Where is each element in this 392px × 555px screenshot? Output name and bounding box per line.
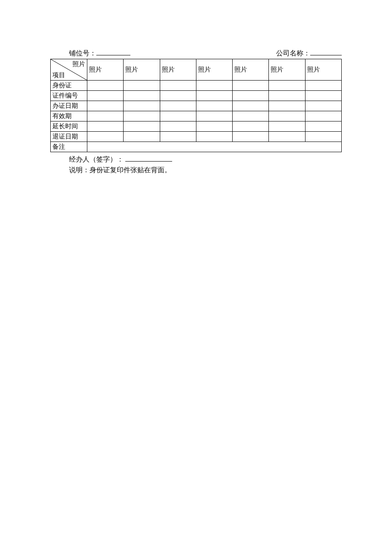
- table-cell[interactable]: [87, 101, 124, 111]
- table-cell[interactable]: [305, 80, 341, 90]
- signer-label: 经办人（签字）：: [69, 156, 124, 163]
- table-cell[interactable]: [305, 131, 341, 142]
- table-cell[interactable]: [196, 131, 232, 142]
- table-cell[interactable]: [233, 111, 269, 121]
- form-footer: 经办人（签字）： 说明：身份证复印件张贴在背面。: [69, 154, 392, 176]
- remark-label: 备注: [51, 142, 87, 152]
- col-header: 照片: [233, 59, 269, 80]
- company-input-line[interactable]: [310, 48, 342, 55]
- table-row: 退证日期: [51, 131, 342, 142]
- table-cell[interactable]: [124, 101, 160, 111]
- table-header-row: 照片 项目 照片 照片 照片 照片 照片 照片 照片: [51, 59, 342, 80]
- table-cell[interactable]: [305, 121, 341, 131]
- table-row: 有效期: [51, 111, 342, 121]
- row-label: 办证日期: [51, 101, 87, 111]
- table-cell[interactable]: [124, 90, 160, 101]
- table-cell[interactable]: [269, 111, 305, 121]
- form-header: 铺位号： 公司名称：: [50, 48, 342, 58]
- table-cell[interactable]: [87, 111, 124, 121]
- table-cell[interactable]: [124, 111, 160, 121]
- table-cell[interactable]: [269, 101, 305, 111]
- footer-note: 说明：身份证复印件张贴在背面。: [69, 165, 392, 176]
- table-row: 身份证: [51, 80, 342, 90]
- row-label: 证件编号: [51, 90, 87, 101]
- table-cell[interactable]: [269, 121, 305, 131]
- table-cell[interactable]: [196, 111, 232, 121]
- table-row: 办证日期: [51, 101, 342, 111]
- table-cell[interactable]: [305, 111, 341, 121]
- col-header: 照片: [305, 59, 341, 80]
- table-cell[interactable]: [269, 80, 305, 90]
- table-cell[interactable]: [305, 101, 341, 111]
- table-cell[interactable]: [269, 90, 305, 101]
- booth-field: 铺位号：: [69, 48, 130, 58]
- table-cell[interactable]: [305, 90, 341, 101]
- table-row: 证件编号: [51, 90, 342, 101]
- row-label: 退证日期: [51, 131, 87, 142]
- table-cell[interactable]: [196, 101, 232, 111]
- diagonal-header-cell: 照片 项目: [51, 59, 87, 80]
- table-cell[interactable]: [160, 80, 196, 90]
- company-field: 公司名称：: [276, 48, 342, 58]
- table-cell[interactable]: [196, 80, 232, 90]
- table-cell[interactable]: [87, 121, 124, 131]
- signer-line: 经办人（签字）：: [69, 154, 392, 165]
- signer-input-line[interactable]: [125, 154, 172, 162]
- table-cell[interactable]: [160, 131, 196, 142]
- col-header: 照片: [196, 59, 232, 80]
- table-cell[interactable]: [160, 121, 196, 131]
- table-cell[interactable]: [233, 80, 269, 90]
- table-cell[interactable]: [160, 111, 196, 121]
- table-cell[interactable]: [87, 90, 124, 101]
- table-row: 延长时间: [51, 121, 342, 131]
- table-cell[interactable]: [233, 90, 269, 101]
- table-cell[interactable]: [233, 121, 269, 131]
- table-cell[interactable]: [233, 131, 269, 142]
- col-header: 照片: [269, 59, 305, 80]
- company-label: 公司名称：: [276, 49, 310, 58]
- diag-bottom-label: 项目: [52, 71, 65, 79]
- col-header: 照片: [124, 59, 160, 80]
- table-cell[interactable]: [87, 80, 124, 90]
- row-label: 延长时间: [51, 121, 87, 131]
- table-cell[interactable]: [196, 121, 232, 131]
- col-header: 照片: [87, 59, 124, 80]
- table-cell[interactable]: [196, 90, 232, 101]
- table-cell[interactable]: [233, 101, 269, 111]
- booth-input-line[interactable]: [96, 48, 130, 55]
- row-label: 有效期: [51, 111, 87, 121]
- row-label: 身份证: [51, 80, 87, 90]
- table-cell[interactable]: [269, 131, 305, 142]
- booth-label: 铺位号：: [69, 49, 96, 58]
- remark-cell[interactable]: [87, 142, 342, 152]
- table-cell[interactable]: [124, 80, 160, 90]
- table-cell[interactable]: [160, 101, 196, 111]
- col-header: 照片: [160, 59, 196, 80]
- table-cell[interactable]: [124, 121, 160, 131]
- table-cell[interactable]: [87, 131, 124, 142]
- diag-top-label: 照片: [72, 60, 85, 68]
- table-cell[interactable]: [124, 131, 160, 142]
- table-cell[interactable]: [160, 90, 196, 101]
- remark-row: 备注: [51, 142, 342, 152]
- form-table: 照片 项目 照片 照片 照片 照片 照片 照片 照片 身份证 证件编号 办证日期: [50, 59, 342, 152]
